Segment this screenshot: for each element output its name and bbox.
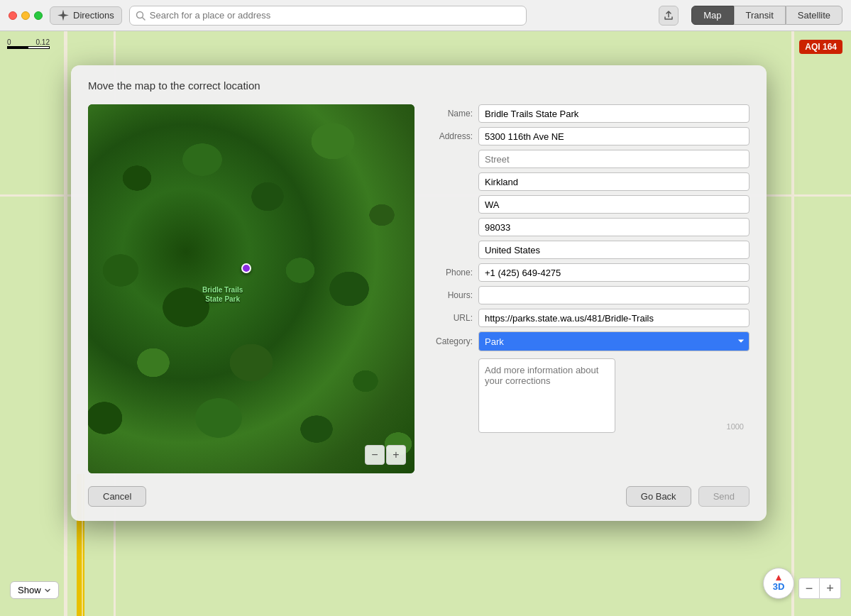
state-field[interactable] [478, 195, 750, 214]
3d-label: 3D [773, 581, 785, 592]
address-field[interactable] [478, 127, 750, 145]
scale-line [7, 46, 50, 49]
pin-marker [241, 263, 251, 273]
notes-field[interactable] [478, 358, 615, 433]
url-label: URL: [429, 313, 478, 323]
map-place-label: Bridle TrailsState Park [202, 285, 243, 304]
zip-field[interactable] [478, 218, 750, 236]
map-view-tabs: Map Transit Satellite [691, 6, 842, 25]
dialog-title: Move the map to the correct location [88, 79, 750, 92]
minimize-button[interactable] [21, 11, 30, 20]
street-field[interactable] [478, 150, 750, 168]
city-row [429, 172, 750, 191]
show-button[interactable]: Show [10, 581, 59, 599]
char-count: 1000 [727, 422, 744, 431]
directions-label: Directions [73, 10, 114, 21]
aqi-badge: AQI 164 [799, 40, 842, 54]
close-button[interactable] [9, 11, 17, 20]
hours-label: Hours: [429, 290, 478, 300]
scale-far: 0.12 [36, 38, 50, 46]
address-row: Address: [429, 127, 750, 145]
zoom-controls-bottom: − + [798, 578, 841, 599]
chevron-down-icon [44, 587, 51, 594]
tab-satellite[interactable]: Satellite [786, 6, 842, 25]
traffic-lights [9, 11, 43, 20]
state-row [429, 195, 750, 214]
street-row [429, 150, 750, 168]
titlebar: Directions Map Transit Satellite [0, 0, 851, 31]
maximize-button[interactable] [34, 11, 43, 20]
name-row: Name: [429, 104, 750, 123]
city-field[interactable] [478, 172, 750, 191]
zip-row [429, 218, 750, 236]
zoom-in-button[interactable]: + [386, 445, 406, 465]
go-back-button[interactable]: Go Back [626, 486, 691, 507]
address-label: Address: [429, 131, 478, 141]
dialog-footer: Cancel Go Back Send [88, 486, 750, 507]
send-button[interactable]: Send [698, 486, 750, 507]
name-label: Name: [429, 109, 478, 119]
dialog-body: Bridle TrailsState Park − + Name: Addres… [88, 104, 750, 473]
phone-label: Phone: [429, 268, 478, 277]
phone-field[interactable] [478, 263, 750, 282]
search-icon [136, 11, 146, 21]
search-bar[interactable] [129, 6, 527, 26]
share-button[interactable] [659, 6, 679, 26]
country-row [429, 241, 750, 259]
scale-bar: 0 0.12 [7, 38, 50, 49]
zoom-controls: − + [365, 445, 406, 465]
category-row: Category: Park [429, 331, 750, 351]
svg-line-1 [142, 17, 145, 20]
compass-icon [776, 575, 781, 581]
zoom-in-bottom-button[interactable]: + [820, 578, 841, 599]
notes-row: 1000 [429, 358, 750, 435]
category-select[interactable]: Park [478, 331, 750, 351]
dialog-panel: Move the map to the correct location Bri… [71, 65, 767, 521]
map-pin[interactable] [241, 263, 251, 273]
satellite-view: Bridle TrailsState Park [88, 104, 414, 473]
hours-row: Hours: [429, 286, 750, 304]
url-field[interactable] [478, 309, 750, 327]
tab-map[interactable]: Map [691, 6, 733, 25]
share-icon [664, 11, 674, 21]
form-area: Name: Address: [429, 104, 750, 473]
url-row: URL: [429, 309, 750, 327]
tab-transit[interactable]: Transit [734, 6, 786, 25]
phone-row: Phone: [429, 263, 750, 282]
zoom-out-bottom-button[interactable]: − [798, 578, 820, 599]
main-content: AQI 164 0 0.12 Move the map to the corre… [0, 31, 851, 616]
directions-button[interactable]: Directions [50, 6, 122, 25]
3d-button[interactable]: 3D [763, 568, 794, 599]
footer-right-buttons: Go Back Send [626, 486, 750, 507]
search-input[interactable] [150, 10, 520, 21]
directions-icon [57, 10, 69, 21]
cancel-button[interactable]: Cancel [88, 486, 146, 507]
zoom-out-button[interactable]: − [365, 445, 385, 465]
country-field[interactable] [478, 241, 750, 259]
show-label: Show [18, 585, 41, 595]
category-label: Category: [429, 336, 478, 346]
name-field[interactable] [478, 104, 750, 123]
satellite-map-preview[interactable]: Bridle TrailsState Park − + [88, 104, 414, 473]
notes-wrapper: 1000 [478, 358, 750, 435]
hours-field[interactable] [478, 286, 750, 304]
tree-texture [88, 104, 414, 473]
scale-near: 0 [7, 38, 11, 46]
